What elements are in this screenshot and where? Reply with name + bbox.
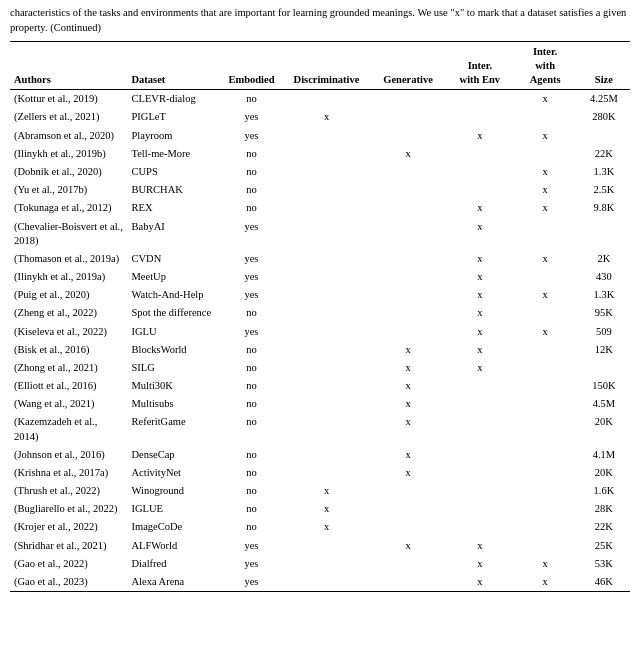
table-row: (Abramson et al., 2020)Playroomyesxx — [10, 127, 630, 145]
table-row: (Thrush et al., 2022)Winogroundnox1.6K — [10, 482, 630, 500]
cell-discriminative — [284, 90, 369, 109]
table-row: (Ilinykh et al., 2019a)MeetUpyesx430 — [10, 268, 630, 286]
cell-size — [578, 127, 630, 145]
cell-discriminative — [284, 145, 369, 163]
cell-inter_env: x — [447, 359, 512, 377]
table-row: (Bisk et al., 2016)BlocksWorldnoxx12K — [10, 341, 630, 359]
cell-inter_env — [447, 145, 512, 163]
cell-embodied: no — [219, 341, 284, 359]
cell-embodied: yes — [219, 108, 284, 126]
cell-dataset: Winoground — [127, 482, 218, 500]
table-row: (Gao et al., 2022)Dialfredyesxx53K — [10, 555, 630, 573]
cell-generative — [369, 268, 447, 286]
cell-inter_agents — [512, 482, 577, 500]
cell-inter_agents: x — [512, 181, 577, 199]
cell-inter_env — [447, 395, 512, 413]
cell-generative — [369, 181, 447, 199]
cell-dataset: ALFWorld — [127, 537, 218, 555]
cell-embodied: no — [219, 464, 284, 482]
cell-inter_agents — [512, 341, 577, 359]
cell-inter_env: x — [447, 199, 512, 217]
cell-inter_env: x — [447, 218, 512, 250]
col-header-inter-env: Inter.with Env — [447, 42, 512, 90]
cell-dataset: Alexa Arena — [127, 573, 218, 592]
cell-inter_agents: x — [512, 573, 577, 592]
cell-inter_env — [447, 464, 512, 482]
cell-discriminative — [284, 323, 369, 341]
cell-discriminative — [284, 268, 369, 286]
cell-discriminative — [284, 127, 369, 145]
cell-inter_agents: x — [512, 90, 577, 109]
cell-generative — [369, 323, 447, 341]
cell-embodied: yes — [219, 286, 284, 304]
cell-discriminative: x — [284, 518, 369, 536]
table-row: (Zheng et al., 2022)Spot the differencen… — [10, 304, 630, 322]
cell-authors: (Bisk et al., 2016) — [10, 341, 127, 359]
cell-dataset: ActivityNet — [127, 464, 218, 482]
cell-discriminative — [284, 359, 369, 377]
cell-dataset: Dialfred — [127, 555, 218, 573]
cell-embodied: yes — [219, 127, 284, 145]
cell-authors: (Kiseleva et al., 2022) — [10, 323, 127, 341]
table-row: (Zhong et al., 2021)SILGnoxx — [10, 359, 630, 377]
cell-discriminative — [284, 286, 369, 304]
cell-discriminative — [284, 181, 369, 199]
cell-authors: (Zheng et al., 2022) — [10, 304, 127, 322]
cell-embodied: no — [219, 163, 284, 181]
cell-inter_agents: x — [512, 199, 577, 217]
cell-embodied: no — [219, 446, 284, 464]
cell-inter_agents — [512, 464, 577, 482]
cell-dataset: MeetUp — [127, 268, 218, 286]
cell-generative — [369, 573, 447, 592]
cell-authors: (Bugliarello et al., 2022) — [10, 500, 127, 518]
cell-inter_agents — [512, 518, 577, 536]
table-row: (Puig et al., 2020)Watch-And-Helpyesxx1.… — [10, 286, 630, 304]
cell-dataset: IGLUE — [127, 500, 218, 518]
cell-dataset: REX — [127, 199, 218, 217]
cell-embodied: no — [219, 413, 284, 445]
col-header-generative: Generative — [369, 42, 447, 90]
cell-authors: (Dobnik et al., 2020) — [10, 163, 127, 181]
cell-generative: x — [369, 413, 447, 445]
cell-inter_agents — [512, 359, 577, 377]
cell-discriminative — [284, 413, 369, 445]
cell-embodied: no — [219, 482, 284, 500]
cell-embodied: no — [219, 395, 284, 413]
table-row: (Bugliarello et al., 2022)IGLUEnox28K — [10, 500, 630, 518]
cell-inter_env: x — [447, 555, 512, 573]
table-row: (Kazemzadeh et al., 2014)ReferitGamenox2… — [10, 413, 630, 445]
table-row: (Wang et al., 2021)Multisubsnox4.5M — [10, 395, 630, 413]
cell-authors: (Kazemzadeh et al., 2014) — [10, 413, 127, 445]
cell-embodied: yes — [219, 268, 284, 286]
cell-size — [578, 218, 630, 250]
cell-size: 2K — [578, 250, 630, 268]
cell-authors: (Ilinykh et al., 2019b) — [10, 145, 127, 163]
cell-authors: (Gao et al., 2022) — [10, 555, 127, 573]
cell-discriminative — [284, 250, 369, 268]
table-row: (Tokunaga et al., 2012)REXnoxx9.8K — [10, 199, 630, 217]
cell-generative — [369, 127, 447, 145]
cell-discriminative — [284, 395, 369, 413]
cell-authors: (Krojer et al., 2022) — [10, 518, 127, 536]
cell-size: 430 — [578, 268, 630, 286]
cell-discriminative — [284, 555, 369, 573]
cell-size: 280K — [578, 108, 630, 126]
cell-dataset: ReferitGame — [127, 413, 218, 445]
cell-embodied: no — [219, 199, 284, 217]
col-header-inter-agents: Inter.withAgents — [512, 42, 577, 90]
cell-dataset: SILG — [127, 359, 218, 377]
table-row: (Kottur et al., 2019)CLEVR-dialognox4.25… — [10, 90, 630, 109]
cell-generative: x — [369, 145, 447, 163]
cell-inter_env — [447, 413, 512, 445]
cell-dataset: BURCHAK — [127, 181, 218, 199]
cell-dataset: CUPS — [127, 163, 218, 181]
cell-authors: (Gao et al., 2023) — [10, 573, 127, 592]
cell-size: 1.3K — [578, 286, 630, 304]
cell-discriminative — [284, 163, 369, 181]
cell-discriminative — [284, 464, 369, 482]
cell-generative — [369, 108, 447, 126]
cell-discriminative: x — [284, 482, 369, 500]
cell-dataset: Tell-me-More — [127, 145, 218, 163]
cell-size: 25K — [578, 537, 630, 555]
cell-size: 4.25M — [578, 90, 630, 109]
